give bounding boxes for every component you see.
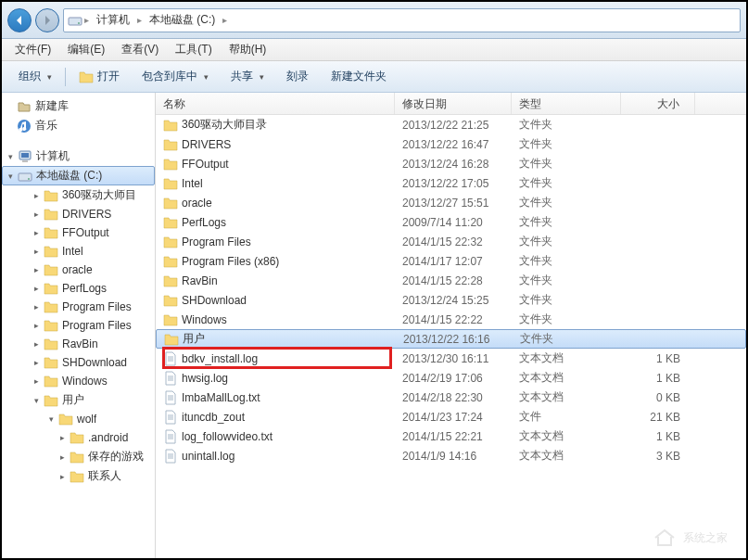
file-row[interactable]: DRIVERS 2013/12/22 16:47 文件夹: [156, 134, 746, 154]
tree-item-computer[interactable]: ▾ 计算机: [2, 146, 155, 166]
file-row[interactable]: bdkv_install.log 2013/12/30 16:11 文本文档 1…: [156, 349, 746, 368]
file-row[interactable]: Intel 2013/12/22 17:05 文件夹: [156, 173, 746, 193]
tree-item-folder[interactable]: ▸.android: [2, 428, 155, 447]
expand-icon[interactable]: ▾: [46, 414, 57, 425]
menu-tools[interactable]: 工具(T): [168, 40, 219, 59]
file-row[interactable]: ituncdb_zout 2014/1/23 17:24 文件 21 KB: [156, 407, 746, 426]
expand-icon[interactable]: ▾: [32, 395, 42, 405]
file-type: 文本文档: [512, 428, 621, 444]
expand-icon[interactable]: ▸: [32, 265, 42, 275]
tree-item-folder[interactable]: ▸Windows: [2, 372, 155, 390]
expand-icon[interactable]: ▾: [6, 151, 16, 161]
folder-icon: [163, 293, 178, 308]
file-row[interactable]: 360驱动大师目录 2013/12/22 21:25 文件夹: [156, 115, 746, 134]
expand-icon[interactable]: ▸: [57, 452, 68, 462]
file-row[interactable]: Program Files 2014/1/15 22:32 文件夹: [156, 232, 746, 251]
tree-label: FFOutput: [62, 226, 109, 239]
include-library-button[interactable]: 包含到库中: [133, 65, 218, 88]
tree-item-folder[interactable]: ▸oracle: [2, 261, 155, 279]
folder-icon: [44, 281, 58, 296]
expand-icon[interactable]: ▸: [32, 228, 42, 238]
file-row[interactable]: unintall.log 2014/1/9 14:16 文本文档 3 KB: [156, 446, 746, 465]
tree-item-folder[interactable]: ▸Program Files: [2, 316, 155, 335]
expand-icon[interactable]: ▸: [32, 376, 42, 387]
burn-button[interactable]: 刻录: [277, 65, 318, 88]
tree-item-folder[interactable]: ▸DRIVERS: [2, 205, 155, 223]
file-name-label: PerfLogs: [182, 216, 226, 229]
file-row[interactable]: RavBin 2014/1/15 22:28 文件夹: [156, 271, 746, 290]
file-size: 3 KB: [621, 450, 695, 463]
file-row[interactable]: Windows 2014/1/15 22:22 文件夹: [156, 310, 746, 329]
tree-item-music[interactable]: 音乐: [2, 116, 155, 135]
nav-back-button[interactable]: [7, 8, 32, 32]
file-row[interactable]: 用户 2013/12/22 16:16 文件夹: [156, 329, 746, 349]
file-date: 2014/1/9 14:16: [395, 450, 512, 463]
expand-icon[interactable]: ▸: [32, 247, 42, 257]
file-row[interactable]: oracle 2013/12/27 15:51 文件夹: [156, 193, 746, 212]
file-row[interactable]: hwsig.log 2014/2/19 17:06 文本文档 1 KB: [156, 368, 746, 388]
file-type: 文件夹: [512, 292, 621, 308]
tree-item-folder[interactable]: ▸360驱动大师目: [2, 185, 155, 205]
share-button[interactable]: 共享: [222, 65, 273, 88]
file-name-label: oracle: [182, 197, 212, 210]
file-row[interactable]: PerfLogs 2009/7/14 11:20 文件夹: [156, 212, 746, 232]
column-name[interactable]: 名称: [156, 93, 395, 114]
column-size[interactable]: 大小: [621, 93, 695, 114]
expand-icon[interactable]: ▸: [32, 284, 42, 294]
tree-item-folder[interactable]: ▸联系人: [2, 466, 155, 486]
tree-item-folder[interactable]: ▸保存的游戏: [2, 447, 155, 466]
breadcrumb-item[interactable]: 计算机: [91, 10, 135, 30]
folder-icon: [163, 157, 178, 172]
file-row[interactable]: Program Files (x86) 2014/1/17 12:07 文件夹: [156, 251, 746, 271]
chevron-right-icon: ▸: [137, 15, 142, 25]
tree-item-folder[interactable]: ▸RavBin: [2, 335, 155, 353]
tree-item-folder[interactable]: ▸SHDownload: [2, 353, 155, 372]
file-row[interactable]: log_followvideo.txt 2014/1/15 22:21 文本文档…: [156, 426, 746, 446]
menu-view[interactable]: 查看(V): [114, 40, 166, 59]
breadcrumb[interactable]: ▸ 计算机 ▸ 本地磁盘 (C:) ▸: [63, 8, 741, 32]
main-area: 新建库 音乐 ▾ 计算机 ▾ 本地磁盘 (C:) ▸360驱动大师目▸DRIVE…: [2, 93, 746, 558]
expand-icon[interactable]: ▾: [6, 171, 16, 181]
chevron-right-icon: ▸: [222, 15, 227, 25]
tree-item-folder[interactable]: ▾用户: [2, 390, 155, 410]
tree-item-folder[interactable]: ▸PerfLogs: [2, 279, 155, 298]
organize-button[interactable]: 组织: [9, 65, 61, 88]
expand-icon[interactable]: ▸: [32, 358, 42, 368]
menu-edit[interactable]: 编辑(E): [60, 40, 112, 59]
expand-icon[interactable]: ▸: [32, 302, 42, 312]
tree-item-folder[interactable]: ▾wolf: [2, 410, 155, 428]
nav-forward-button[interactable]: [35, 8, 59, 32]
file-name-label: Intel: [182, 177, 203, 190]
tree-item-newlib[interactable]: 新建库: [2, 96, 155, 116]
column-date[interactable]: 修改日期: [395, 93, 512, 114]
expand-icon[interactable]: ▸: [32, 321, 42, 331]
file-list[interactable]: 360驱动大师目录 2013/12/22 21:25 文件夹 DRIVERS 2…: [156, 115, 746, 558]
tree-item-folder[interactable]: ▸FFOutput: [2, 223, 155, 242]
folder-icon: [70, 469, 84, 484]
open-button[interactable]: 打开: [70, 65, 129, 88]
watermark-text: 系统之家: [683, 530, 728, 546]
expand-icon[interactable]: ▸: [32, 190, 42, 200]
file-type: 文件夹: [512, 117, 621, 133]
new-folder-button[interactable]: 新建文件夹: [322, 65, 396, 88]
file-icon: [163, 371, 178, 386]
file-date: 2014/1/17 12:07: [395, 255, 512, 268]
file-row[interactable]: SHDownload 2013/12/24 15:25 文件夹: [156, 290, 746, 310]
expand-icon[interactable]: ▸: [32, 210, 42, 220]
folder-icon: [163, 274, 178, 288]
menu-file[interactable]: 文件(F): [7, 40, 58, 59]
tree-item-drive-c[interactable]: ▾ 本地磁盘 (C:): [2, 166, 155, 185]
column-type[interactable]: 类型: [512, 93, 621, 114]
file-row[interactable]: ImbaMallLog.txt 2014/2/18 22:30 文本文档 0 K…: [156, 388, 746, 407]
expand-icon[interactable]: ▸: [32, 339, 42, 350]
tree-item-folder[interactable]: ▸Program Files: [2, 298, 155, 316]
expand-icon[interactable]: ▸: [57, 433, 68, 443]
folder-icon: [163, 176, 178, 191]
folder-tree[interactable]: 新建库 音乐 ▾ 计算机 ▾ 本地磁盘 (C:) ▸360驱动大师目▸DRIVE…: [2, 93, 156, 558]
file-row[interactable]: FFOutput 2013/12/24 16:28 文件夹: [156, 154, 746, 173]
expand-icon[interactable]: ▸: [57, 471, 68, 481]
tree-item-folder[interactable]: ▸Intel: [2, 242, 155, 261]
menu-help[interactable]: 帮助(H): [222, 40, 274, 59]
folder-icon: [44, 393, 58, 408]
breadcrumb-item[interactable]: 本地磁盘 (C:): [144, 10, 221, 30]
